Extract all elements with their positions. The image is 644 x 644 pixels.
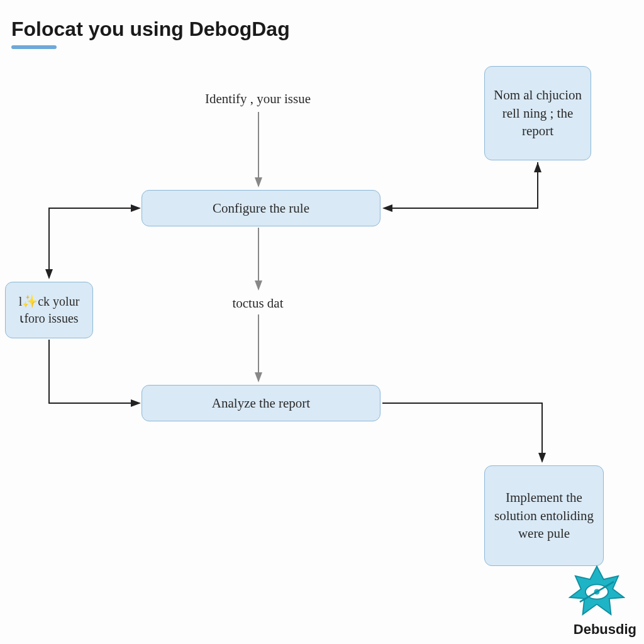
brand-name: Debusdig xyxy=(574,621,636,638)
node-analyze-report: Analyze the report xyxy=(142,385,380,421)
label-identify-issue: Identify , your issue xyxy=(176,91,340,107)
node-nom-al-report: Nom al chjucion rell ning ; the report xyxy=(484,66,591,160)
node-implement-solution: Implement the solution entoliding were p… xyxy=(484,465,604,566)
title-underline xyxy=(11,45,57,49)
node-check-issues: l✨ck yolur ɩforo issues xyxy=(5,282,93,338)
node-configure-rule: Configure the rule xyxy=(142,190,380,226)
page-title: Folocat you using DebogDag xyxy=(11,18,290,41)
brand-logo-icon xyxy=(569,564,625,620)
label-toctus-dat: toctus dat xyxy=(208,296,308,311)
